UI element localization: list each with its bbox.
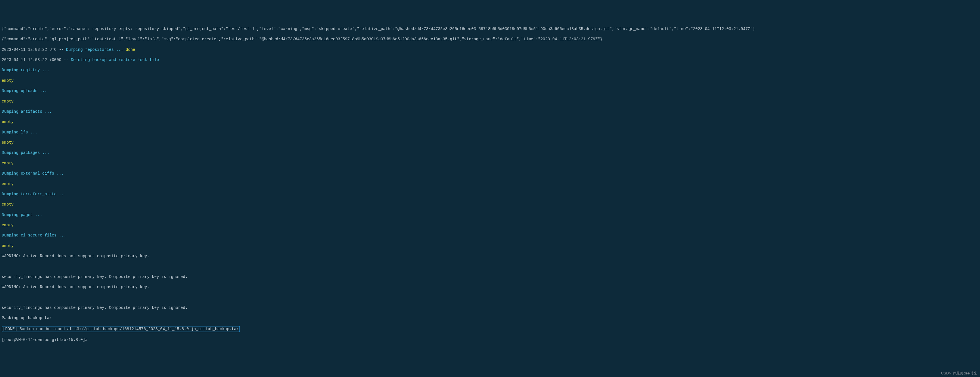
dump-pages-msg: Dumping pages ... xyxy=(2,212,978,217)
dump-packages-msg: Dumping packages ... xyxy=(2,150,978,155)
blank-line xyxy=(2,295,978,300)
blank-line xyxy=(2,264,978,269)
dump-ci-secure-msg: Dumping ci_secure_files ... xyxy=(2,233,978,238)
log-line: 2023-04-11 12:03:22 UTC -- Dumping repos… xyxy=(2,47,978,52)
dump-artifacts-msg: Dumping artifacts ... xyxy=(2,109,978,114)
done-backup-highlight: [DONE] Backup can be found at s3://gitla… xyxy=(2,326,978,332)
log-json-line: {"command":"create","gl_project_path":"t… xyxy=(2,37,978,42)
delete-lock-msg: Deleting backup and restore lock file xyxy=(71,58,159,62)
timestamp-tz: 2023-04-11 12:03:22 +0000 -- xyxy=(2,58,71,62)
warning-msg: WARNING: Active Record does not support … xyxy=(2,284,978,289)
empty-status: empty xyxy=(2,243,978,248)
warning-msg: WARNING: Active Record does not support … xyxy=(2,254,978,259)
dump-repos-msg: Dumping repositories ... xyxy=(66,47,126,52)
dump-terraform-msg: Dumping terraform_state ... xyxy=(2,192,978,197)
terminal-output[interactable]: {"command":"create","error":"manager: re… xyxy=(2,21,978,348)
packing-msg: Packing up backup tar xyxy=(2,315,978,321)
empty-status: empty xyxy=(2,78,978,83)
log-line: 2023-04-11 12:03:22 +0000 -- Deleting ba… xyxy=(2,58,978,62)
dump-registry-msg: Dumping registry ... xyxy=(2,67,978,73)
shell-prompt[interactable]: [root@VM-0-14-centos gitlab-15.8.0]# xyxy=(2,337,978,342)
dump-uploads-msg: Dumping uploads ... xyxy=(2,88,978,93)
empty-status: empty xyxy=(2,140,978,145)
dump-lfs-msg: Dumping lfs ... xyxy=(2,130,978,135)
empty-status: empty xyxy=(2,99,978,104)
security-findings-msg: security_findings has composite primary … xyxy=(2,305,978,310)
empty-status: empty xyxy=(2,119,978,125)
security-findings-msg: security_findings has composite primary … xyxy=(2,274,978,280)
done-backup-msg: [DONE] Backup can be found at s3://gitla… xyxy=(2,326,240,332)
watermark-text: CSDN @最美dee时光 xyxy=(941,371,977,376)
empty-status: empty xyxy=(2,161,978,166)
empty-status: empty xyxy=(2,222,978,228)
empty-status: empty xyxy=(2,181,978,187)
timestamp-utc: 2023-04-11 12:03:22 UTC -- xyxy=(2,47,66,52)
empty-status: empty xyxy=(2,202,978,207)
done-status: done xyxy=(126,47,135,52)
log-json-line: {"command":"create","error":"manager: re… xyxy=(2,26,978,32)
dump-external-diffs-msg: Dumping external_diffs ... xyxy=(2,171,978,176)
